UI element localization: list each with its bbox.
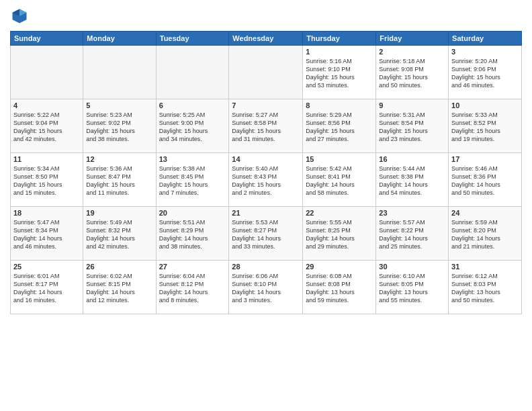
week-row-2: 4Sunrise: 5:22 AM Sunset: 9:04 PM Daylig…	[11, 99, 522, 153]
day-info: Sunrise: 5:55 AM Sunset: 8:25 PM Dayligh…	[306, 218, 373, 251]
day-number: 6	[159, 101, 226, 109]
day-info: Sunrise: 5:40 AM Sunset: 8:43 PM Dayligh…	[232, 165, 300, 197]
day-cell: 31Sunrise: 6:12 AM Sunset: 8:03 PM Dayli…	[449, 261, 522, 314]
day-number: 17	[451, 155, 519, 163]
day-number: 7	[232, 101, 300, 109]
day-cell: 5Sunrise: 5:23 AM Sunset: 9:02 PM Daylig…	[83, 99, 156, 153]
day-number: 14	[232, 155, 300, 163]
day-cell: 7Sunrise: 5:27 AM Sunset: 8:58 PM Daylig…	[229, 99, 303, 153]
day-number: 4	[13, 101, 80, 109]
day-info: Sunrise: 5:53 AM Sunset: 8:27 PM Dayligh…	[232, 218, 300, 251]
day-cell: 10Sunrise: 5:33 AM Sunset: 8:52 PM Dayli…	[449, 99, 522, 153]
logo	[10, 7, 32, 26]
logo-icon	[10, 7, 29, 26]
day-info: Sunrise: 5:23 AM Sunset: 9:02 PM Dayligh…	[86, 111, 152, 144]
day-number: 13	[159, 155, 226, 163]
day-cell: 15Sunrise: 5:42 AM Sunset: 8:41 PM Dayli…	[303, 153, 376, 207]
day-number: 31	[451, 263, 519, 271]
day-info: Sunrise: 6:10 AM Sunset: 8:05 PM Dayligh…	[379, 272, 445, 305]
page: SundayMondayTuesdayWednesdayThursdayFrid…	[0, 0, 532, 411]
day-number: 10	[451, 101, 519, 109]
day-info: Sunrise: 5:44 AM Sunset: 8:38 PM Dayligh…	[379, 165, 445, 197]
day-info: Sunrise: 5:34 AM Sunset: 8:50 PM Dayligh…	[13, 165, 80, 197]
day-number: 20	[159, 209, 226, 217]
day-number: 8	[306, 101, 373, 109]
day-number: 16	[379, 155, 445, 163]
day-cell: 1Sunrise: 5:16 AM Sunset: 9:10 PM Daylig…	[303, 46, 376, 99]
day-number: 29	[306, 263, 373, 271]
day-info: Sunrise: 5:29 AM Sunset: 8:56 PM Dayligh…	[306, 111, 373, 144]
day-info: Sunrise: 6:04 AM Sunset: 8:12 PM Dayligh…	[159, 272, 226, 305]
day-cell: 2Sunrise: 5:18 AM Sunset: 9:08 PM Daylig…	[376, 46, 449, 99]
day-number: 21	[232, 209, 300, 217]
weekday-header-row: SundayMondayTuesdayWednesdayThursdayFrid…	[11, 32, 522, 46]
day-cell	[229, 46, 303, 99]
day-cell: 21Sunrise: 5:53 AM Sunset: 8:27 PM Dayli…	[229, 207, 303, 261]
day-info: Sunrise: 5:49 AM Sunset: 8:32 PM Dayligh…	[86, 218, 152, 251]
weekday-monday: Monday	[83, 32, 156, 46]
day-info: Sunrise: 5:31 AM Sunset: 8:54 PM Dayligh…	[379, 111, 445, 144]
day-cell: 19Sunrise: 5:49 AM Sunset: 8:32 PM Dayli…	[83, 207, 156, 261]
day-info: Sunrise: 5:20 AM Sunset: 9:06 PM Dayligh…	[451, 57, 519, 90]
day-info: Sunrise: 5:16 AM Sunset: 9:10 PM Dayligh…	[306, 57, 373, 90]
day-cell: 9Sunrise: 5:31 AM Sunset: 8:54 PM Daylig…	[376, 99, 449, 153]
day-number: 25	[13, 263, 80, 271]
day-cell: 23Sunrise: 5:57 AM Sunset: 8:22 PM Dayli…	[376, 207, 449, 261]
day-info: Sunrise: 5:25 AM Sunset: 9:00 PM Dayligh…	[159, 111, 226, 144]
day-info: Sunrise: 5:47 AM Sunset: 8:34 PM Dayligh…	[13, 218, 80, 251]
weekday-friday: Friday	[376, 32, 449, 46]
weekday-thursday: Thursday	[303, 32, 376, 46]
day-info: Sunrise: 6:12 AM Sunset: 8:03 PM Dayligh…	[451, 272, 519, 305]
day-number: 3	[451, 48, 519, 56]
day-number: 18	[13, 209, 80, 217]
day-number: 11	[13, 155, 80, 163]
day-number: 27	[159, 263, 226, 271]
day-cell: 29Sunrise: 6:08 AM Sunset: 8:08 PM Dayli…	[303, 261, 376, 314]
week-row-3: 11Sunrise: 5:34 AM Sunset: 8:50 PM Dayli…	[11, 153, 522, 207]
day-cell: 11Sunrise: 5:34 AM Sunset: 8:50 PM Dayli…	[11, 153, 83, 207]
day-info: Sunrise: 5:57 AM Sunset: 8:22 PM Dayligh…	[379, 218, 445, 251]
day-cell	[83, 46, 156, 99]
day-number: 28	[232, 263, 300, 271]
day-cell: 24Sunrise: 5:59 AM Sunset: 8:20 PM Dayli…	[449, 207, 522, 261]
day-info: Sunrise: 5:33 AM Sunset: 8:52 PM Dayligh…	[451, 111, 519, 144]
day-number: 2	[379, 48, 445, 56]
day-cell	[156, 46, 229, 99]
day-info: Sunrise: 6:08 AM Sunset: 8:08 PM Dayligh…	[306, 272, 373, 305]
day-cell: 4Sunrise: 5:22 AM Sunset: 9:04 PM Daylig…	[11, 99, 83, 153]
day-info: Sunrise: 5:18 AM Sunset: 9:08 PM Dayligh…	[379, 57, 445, 90]
day-number: 24	[451, 209, 519, 217]
day-info: Sunrise: 5:27 AM Sunset: 8:58 PM Dayligh…	[232, 111, 300, 144]
day-number: 1	[306, 48, 373, 56]
day-number: 12	[86, 155, 152, 163]
day-cell: 18Sunrise: 5:47 AM Sunset: 8:34 PM Dayli…	[11, 207, 83, 261]
day-cell	[11, 46, 83, 99]
day-info: Sunrise: 5:38 AM Sunset: 8:45 PM Dayligh…	[159, 165, 226, 197]
day-info: Sunrise: 5:22 AM Sunset: 9:04 PM Dayligh…	[13, 111, 80, 144]
day-cell: 27Sunrise: 6:04 AM Sunset: 8:12 PM Dayli…	[156, 261, 229, 314]
day-cell: 25Sunrise: 6:01 AM Sunset: 8:17 PM Dayli…	[11, 261, 83, 314]
day-number: 19	[86, 209, 152, 217]
weekday-saturday: Saturday	[449, 32, 522, 46]
day-number: 22	[306, 209, 373, 217]
day-cell: 17Sunrise: 5:46 AM Sunset: 8:36 PM Dayli…	[449, 153, 522, 207]
weekday-tuesday: Tuesday	[156, 32, 229, 46]
day-number: 23	[379, 209, 445, 217]
day-info: Sunrise: 5:51 AM Sunset: 8:29 PM Dayligh…	[159, 218, 226, 251]
header	[10, 7, 522, 26]
day-info: Sunrise: 5:46 AM Sunset: 8:36 PM Dayligh…	[451, 165, 519, 197]
day-info: Sunrise: 5:59 AM Sunset: 8:20 PM Dayligh…	[451, 218, 519, 251]
day-info: Sunrise: 5:36 AM Sunset: 8:47 PM Dayligh…	[86, 165, 152, 197]
calendar: SundayMondayTuesdayWednesdayThursdayFrid…	[10, 31, 522, 314]
day-cell: 20Sunrise: 5:51 AM Sunset: 8:29 PM Dayli…	[156, 207, 229, 261]
day-number: 15	[306, 155, 373, 163]
day-number: 30	[379, 263, 445, 271]
day-number: 26	[86, 263, 152, 271]
day-number: 5	[86, 101, 152, 109]
day-cell: 14Sunrise: 5:40 AM Sunset: 8:43 PM Dayli…	[229, 153, 303, 207]
day-info: Sunrise: 6:06 AM Sunset: 8:10 PM Dayligh…	[232, 272, 300, 305]
day-cell: 12Sunrise: 5:36 AM Sunset: 8:47 PM Dayli…	[83, 153, 156, 207]
day-cell: 28Sunrise: 6:06 AM Sunset: 8:10 PM Dayli…	[229, 261, 303, 314]
day-cell: 30Sunrise: 6:10 AM Sunset: 8:05 PM Dayli…	[376, 261, 449, 314]
day-cell: 16Sunrise: 5:44 AM Sunset: 8:38 PM Dayli…	[376, 153, 449, 207]
